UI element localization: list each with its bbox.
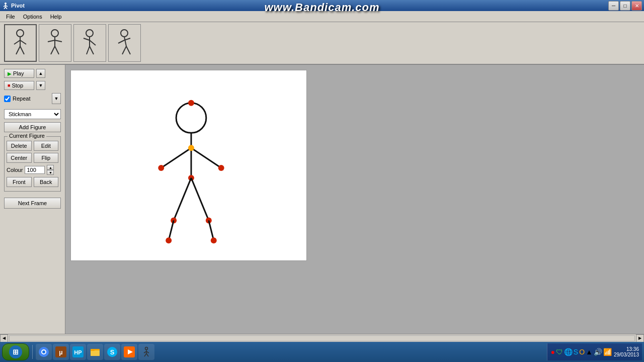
system-tray: ● 🛡 🌐 S O ▲ 🔊 📶 13:36 29/03/2013: [547, 343, 642, 360]
stop-label: Stop: [12, 82, 23, 88]
pivot-stickman-icon: [141, 346, 152, 357]
front-button[interactable]: Front: [7, 177, 32, 187]
svg-text:HP: HP: [74, 349, 82, 355]
taskbar: ⊞ μ HP S: [0, 342, 644, 362]
repeat-checkbox[interactable]: [4, 96, 11, 102]
svg-line-23: [90, 46, 94, 54]
svg-point-37: [188, 145, 194, 151]
scroll-left-button[interactable]: ◀: [0, 334, 8, 342]
add-figure-button[interactable]: Add Figure: [4, 122, 61, 132]
toolbar-figure-2[interactable]: [39, 24, 71, 62]
front-back-row: Front Back: [7, 177, 58, 187]
svg-line-22: [87, 46, 90, 54]
taskbar-media-player-icon[interactable]: [121, 344, 137, 360]
tray-network-icon[interactable]: 🌐: [564, 348, 573, 356]
svg-line-39: [174, 178, 191, 221]
current-figure-group: Current Figure Delete Edit Center Flip C…: [4, 136, 61, 192]
tray-shield-icon[interactable]: 🛡: [556, 348, 563, 356]
tray-network2-icon[interactable]: 📶: [603, 348, 612, 356]
app-icon: [2, 2, 9, 9]
center-button[interactable]: Center: [7, 153, 32, 163]
svg-line-15: [55, 40, 62, 42]
repeat-row: Repeat ▼: [4, 93, 61, 104]
svg-point-12: [51, 30, 58, 37]
close-button[interactable]: ✕: [631, 1, 642, 11]
flip-button[interactable]: Flip: [34, 153, 59, 163]
svg-line-33: [161, 148, 191, 168]
taskbar-hp-icon[interactable]: HP: [70, 344, 86, 360]
repeat-dropdown-button[interactable]: ▼: [52, 93, 61, 104]
toolbar-figure-1[interactable]: [4, 24, 37, 62]
svg-line-67: [144, 353, 146, 356]
edit-button[interactable]: Edit: [34, 141, 59, 151]
menu-options[interactable]: Options: [19, 13, 46, 21]
menu-file[interactable]: File: [2, 13, 19, 21]
tray-arrow-icon[interactable]: ▲: [586, 348, 593, 356]
svg-point-0: [5, 3, 7, 5]
scroll-right-button[interactable]: ▶: [636, 334, 644, 342]
minimize-button[interactable]: ─: [608, 1, 619, 11]
file-manager-icon: [90, 346, 101, 357]
toolbar-figure-3[interactable]: [73, 24, 106, 62]
figure-4-icon: [113, 29, 136, 57]
svg-line-17: [55, 46, 59, 54]
svg-line-34: [191, 148, 221, 168]
system-tray-icons: ● 🛡 🌐 S O ▲ 🔊 📶: [550, 348, 612, 356]
stop-row: ■ Stop ▼: [4, 81, 61, 90]
taskbar-bittorrent-icon[interactable]: μ: [53, 344, 69, 360]
svg-line-16: [51, 46, 55, 54]
tray-skype-tray-icon[interactable]: S: [574, 348, 578, 356]
main-area: ▶ Play ▲ ■ Stop ▼ Repeat ▼ Stickman Add: [0, 65, 644, 341]
svg-text:S: S: [110, 348, 115, 356]
taskbar-chrome-icon[interactable]: [36, 344, 52, 360]
play-speed-down-button[interactable]: ▼: [36, 81, 45, 90]
svg-point-24: [121, 30, 128, 37]
horizontal-scrollbar[interactable]: ◀ ▶: [0, 334, 644, 342]
colour-down-button[interactable]: ▼: [47, 170, 54, 175]
taskbar-file-manager-icon[interactable]: [87, 344, 103, 360]
colour-row: Colour ▲ ▼: [7, 165, 58, 175]
back-button[interactable]: Back: [34, 177, 59, 187]
figure-type-select[interactable]: Stickman: [4, 109, 61, 119]
svg-point-51: [42, 350, 45, 353]
svg-line-8: [14, 40, 20, 44]
figure-1-icon: [9, 29, 32, 57]
tray-volume-icon[interactable]: 🔊: [594, 348, 602, 356]
svg-line-28: [122, 46, 126, 54]
animation-canvas[interactable]: [70, 70, 307, 261]
play-speed-up-button[interactable]: ▲: [36, 69, 45, 78]
watermark: www.Bandicam.com: [264, 1, 379, 14]
svg-line-10: [16, 46, 20, 54]
titlebar: Pivot www.Bandicam.com ─ □ ✕: [0, 0, 644, 11]
maximize-button[interactable]: □: [620, 1, 630, 11]
colour-label: Colour: [7, 167, 23, 173]
taskbar-clock: 13:36 29/03/2013: [614, 346, 639, 357]
canvas-area: [65, 65, 644, 341]
menu-help[interactable]: Help: [46, 13, 66, 21]
taskbar-skype-icon[interactable]: S: [104, 344, 120, 360]
colour-up-button[interactable]: ▲: [47, 165, 54, 170]
stop-button[interactable]: ■ Stop: [4, 81, 34, 90]
start-button[interactable]: ⊞: [2, 343, 29, 360]
current-figure-label: Current Figure: [8, 133, 46, 139]
delete-button[interactable]: Delete: [7, 141, 32, 151]
play-icon: ▶: [8, 71, 12, 76]
toolbar-figure-4[interactable]: [108, 24, 141, 62]
titlebar-controls[interactable]: ─ □ ✕: [608, 1, 642, 11]
colour-input[interactable]: [25, 166, 45, 174]
center-flip-row: Center Flip: [7, 153, 58, 163]
figure-select-row: Stickman: [4, 109, 61, 119]
svg-line-29: [126, 46, 130, 54]
svg-line-20: [84, 38, 90, 40]
svg-line-43: [169, 220, 174, 240]
tray-office-icon[interactable]: O: [579, 348, 585, 356]
next-frame-button[interactable]: Next Frame: [4, 198, 61, 209]
tray-record-icon[interactable]: ●: [550, 348, 554, 356]
repeat-label: Repeat: [13, 96, 30, 102]
svg-point-36: [218, 165, 224, 171]
taskbar-pivot-icon[interactable]: [138, 344, 154, 360]
svg-text:⊞: ⊞: [13, 348, 19, 356]
svg-line-14: [48, 40, 55, 42]
play-button[interactable]: ▶ Play: [4, 69, 34, 78]
svg-point-63: [145, 347, 148, 350]
